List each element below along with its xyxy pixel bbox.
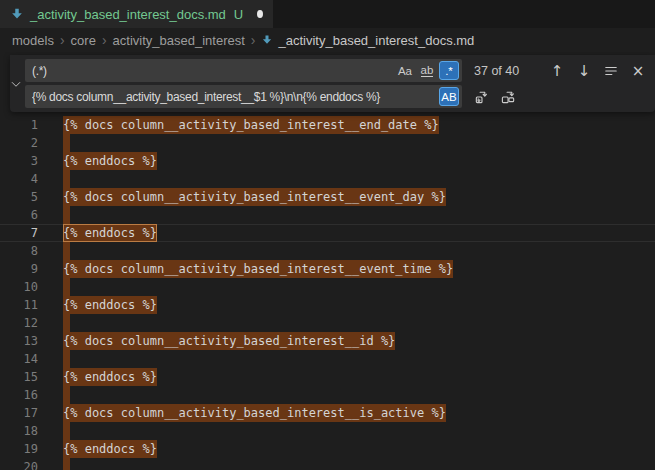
code-line-16[interactable]: 16 <box>0 386 655 404</box>
git-status-badge: U <box>234 7 243 22</box>
line-number: 11 <box>0 296 38 314</box>
replace-value-text: {% docs column__activity_based_interest_… <box>32 90 437 104</box>
code-line-4[interactable]: 4 <box>0 170 655 188</box>
search-match: {% enddocs %} <box>63 440 157 458</box>
chevron-down-icon <box>10 78 22 90</box>
code-line-8[interactable]: 8 <box>0 242 655 260</box>
line-number: 1 <box>0 116 38 134</box>
empty-line-match-highlight <box>63 458 70 470</box>
code-line-9[interactable]: 9{% docs column__activity_based_interest… <box>0 260 655 278</box>
close-find-widget-button[interactable]: × <box>627 60 649 82</box>
breadcrumb-separator: › <box>60 32 65 48</box>
markdown-file-down-arrow-icon <box>261 34 273 46</box>
code-line-15[interactable]: 15{% enddocs %} <box>0 368 655 386</box>
find-row: (.*) Aa ab .* 37 of 40 ↑ ↓ <box>25 59 649 82</box>
breadcrumb-separator: › <box>102 32 107 48</box>
line-number: 10 <box>0 278 38 296</box>
line-number: 3 <box>0 152 38 170</box>
line-number: 17 <box>0 404 38 422</box>
line-number: 16 <box>0 386 38 404</box>
tab-active-file[interactable]: _activity_based_interest_docs.md U <box>0 0 273 28</box>
code-line-3[interactable]: 3{% enddocs %} <box>0 152 655 170</box>
breadcrumb-file-label: _activity_based_interest_docs.md <box>278 33 474 48</box>
find-replace-widget: (.*) Aa ab .* 37 of 40 ↑ ↓ <box>10 55 655 112</box>
line-number: 19 <box>0 440 38 458</box>
code-line-11[interactable]: 11{% enddocs %} <box>0 296 655 314</box>
toggle-replace-button[interactable] <box>10 55 22 112</box>
search-match: {% docs column__activity_based_interest_… <box>63 188 446 206</box>
line-number: 14 <box>0 350 38 368</box>
line-number: 12 <box>0 314 38 332</box>
empty-line-match-highlight <box>63 422 70 440</box>
code-line-13[interactable]: 13{% docs column__activity_based_interes… <box>0 332 655 350</box>
line-number: 6 <box>0 206 38 224</box>
code-area[interactable]: 1{% docs column__activity_based_interest… <box>0 52 655 470</box>
search-match: {% docs column__activity_based_interest_… <box>63 260 453 278</box>
search-match: {% enddocs %} <box>63 152 157 170</box>
line-number: 5 <box>0 188 38 206</box>
code-line-12[interactable]: 12 <box>0 314 655 332</box>
markdown-file-down-arrow-icon <box>10 7 24 21</box>
editor-pane[interactable]: (.*) Aa ab .* 37 of 40 ↑ ↓ <box>0 52 655 470</box>
replace-input[interactable]: {% docs column__activity_based_interest_… <box>25 85 462 108</box>
search-match: {% enddocs %} <box>63 368 157 386</box>
empty-line-match-highlight <box>63 170 70 188</box>
whole-word-toggle[interactable]: ab <box>417 61 437 80</box>
replace-icon <box>474 89 489 104</box>
breadcrumb-item-core[interactable]: core <box>71 33 96 48</box>
find-query-text: (.*) <box>32 64 393 78</box>
breadcrumb: models › core › activity_based_interest … <box>0 28 655 52</box>
next-match-button[interactable]: ↓ <box>573 60 595 82</box>
current-search-match: {% enddocs %} <box>63 224 157 242</box>
find-in-selection-button[interactable] <box>600 60 622 82</box>
line-number: 9 <box>0 260 38 278</box>
find-input[interactable]: (.*) Aa ab .* <box>25 59 462 82</box>
breadcrumb-item-models[interactable]: models <box>12 33 54 48</box>
empty-line-match-highlight <box>63 134 70 152</box>
breadcrumb-item-file[interactable]: _activity_based_interest_docs.md <box>261 33 474 48</box>
line-number: 4 <box>0 170 38 188</box>
line-number: 8 <box>0 242 38 260</box>
vscode-window: _activity_based_interest_docs.md U model… <box>0 0 655 470</box>
code-line-7[interactable]: 7{% enddocs %} <box>0 224 655 242</box>
code-line-6[interactable]: 6 <box>0 206 655 224</box>
breadcrumb-item-activity-based-interest[interactable]: activity_based_interest <box>113 33 245 48</box>
empty-line-match-highlight <box>63 206 70 224</box>
line-number: 15 <box>0 368 38 386</box>
code-line-10[interactable]: 10 <box>0 278 655 296</box>
code-line-20[interactable]: 20 <box>0 458 655 470</box>
line-number: 2 <box>0 134 38 152</box>
empty-line-match-highlight <box>63 314 70 332</box>
code-line-2[interactable]: 2 <box>0 134 655 152</box>
search-match: {% docs column__activity_based_interest_… <box>63 332 395 350</box>
code-line-5[interactable]: 5{% docs column__activity_based_interest… <box>0 188 655 206</box>
breadcrumb-separator: › <box>251 32 256 48</box>
preserve-case-toggle[interactable]: AB <box>439 87 459 106</box>
line-number: 13 <box>0 332 38 350</box>
code-line-1[interactable]: 1{% docs column__activity_based_interest… <box>0 116 655 134</box>
search-match: {% enddocs %} <box>63 296 157 314</box>
code-line-19[interactable]: 19{% enddocs %} <box>0 440 655 458</box>
code-line-18[interactable]: 18 <box>0 422 655 440</box>
find-in-selection-icon <box>604 64 618 78</box>
line-number: 18 <box>0 422 38 440</box>
empty-line-match-highlight <box>63 350 70 368</box>
tab-bar: _activity_based_interest_docs.md U <box>0 0 655 28</box>
replace-row: {% docs column__activity_based_interest_… <box>25 85 649 108</box>
regex-toggle[interactable]: .* <box>439 61 459 80</box>
previous-match-button[interactable]: ↑ <box>546 60 568 82</box>
match-case-toggle[interactable]: Aa <box>395 61 415 80</box>
replace-all-icon <box>501 89 516 104</box>
empty-line-match-highlight <box>63 386 70 404</box>
empty-line-match-highlight <box>63 242 70 260</box>
line-number: 7 <box>0 224 38 242</box>
find-results-count: 37 of 40 <box>474 64 532 78</box>
replace-button[interactable] <box>470 86 492 108</box>
replace-all-button[interactable] <box>497 86 519 108</box>
code-line-14[interactable]: 14 <box>0 350 655 368</box>
unsaved-changes-dot-icon[interactable] <box>257 10 263 18</box>
empty-line-match-highlight <box>63 278 70 296</box>
search-match: {% docs column__activity_based_interest_… <box>63 404 446 422</box>
code-line-17[interactable]: 17{% docs column__activity_based_interes… <box>0 404 655 422</box>
tab-filename: _activity_based_interest_docs.md <box>30 7 226 22</box>
